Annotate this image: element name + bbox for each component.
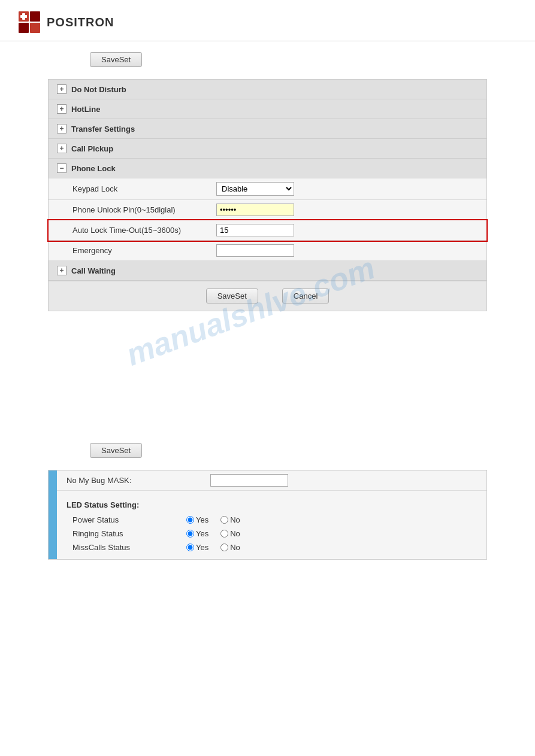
misscalls-status-yes-radio[interactable] [186, 544, 194, 551]
section-transfer-settings[interactable]: + Transfer Settings [49, 119, 486, 139]
hotline-label: HotLine [71, 105, 100, 114]
section-do-not-disturb[interactable]: + Do Not Disturb [49, 80, 486, 99]
ringing-status-row: Ringing Status Yes No [67, 527, 477, 541]
led-blue-bar [49, 470, 57, 559]
ringing-status-radio-group: Yes No [186, 529, 240, 538]
bottom-buttons-row: SaveSet Cancel [49, 281, 486, 311]
section-hotline[interactable]: + HotLine [49, 99, 486, 119]
misscalls-status-row: MissCalls Status Yes No [67, 541, 477, 554]
svg-rect-1 [30, 11, 40, 22]
phone-unlock-pin-row: Phone Unlock Pin(0~15digial) [49, 200, 486, 220]
second-saveset-wrapper: SaveSet [90, 443, 535, 458]
top-saveset-wrapper: SaveSet [90, 52, 535, 67]
power-status-yes-label[interactable]: Yes [186, 515, 208, 524]
power-status-radio-group: Yes No [186, 515, 240, 524]
phone-lock-label: Phone Lock [71, 164, 116, 173]
second-saveset-button[interactable]: SaveSet [90, 443, 142, 458]
do-not-disturb-label: Do Not Disturb [71, 85, 126, 94]
call-waiting-label: Call Waiting [71, 266, 116, 275]
misscalls-status-yes-label[interactable]: Yes [186, 543, 208, 552]
ringing-status-label: Ringing Status [67, 529, 186, 538]
main-panel: + Do Not Disturb + HotLine + Transfer Se… [48, 79, 487, 311]
section-call-waiting[interactable]: + Call Waiting [49, 261, 486, 281]
ringing-status-no-radio[interactable] [220, 530, 228, 538]
svg-rect-2 [19, 23, 29, 33]
hotline-expand-icon: + [57, 104, 67, 114]
auto-lock-timeout-field[interactable]: 15 [216, 224, 294, 236]
misscalls-status-radio-group: Yes No [186, 543, 240, 552]
section-call-pickup[interactable]: + Call Pickup [49, 139, 486, 159]
led-top-row: No My Bug MASK: - [49, 470, 486, 491]
header: POSITRON [0, 0, 535, 41]
phone-lock-collapse-icon: − [57, 163, 67, 173]
transfer-settings-expand-icon: + [57, 124, 67, 133]
transfer-settings-label: Transfer Settings [71, 125, 135, 133]
do-not-disturb-expand-icon: + [57, 84, 67, 94]
led-panel: No My Bug MASK: - LED Status Setting: Po… [48, 470, 487, 560]
call-pickup-label: Call Pickup [71, 144, 113, 153]
led-section-title: LED Status Setting: [67, 496, 477, 513]
power-status-label: Power Status [67, 515, 186, 524]
phone-unlock-pin-label: Phone Unlock Pin(0~15digial) [72, 205, 216, 214]
section-phone-lock[interactable]: − Phone Lock [49, 159, 486, 178]
misscalls-status-label: MissCalls Status [67, 543, 186, 552]
keypad-lock-input[interactable]: Disable Enable [216, 182, 474, 196]
spacer-1 [0, 311, 535, 431]
emergency-input-wrapper[interactable] [216, 244, 474, 257]
power-status-no-label[interactable]: No [220, 515, 240, 524]
led-top-field[interactable]: - [210, 474, 288, 487]
phone-unlock-pin-input-wrapper[interactable] [216, 204, 474, 216]
cancel-button[interactable]: Cancel [282, 289, 329, 303]
top-saveset-button[interactable]: SaveSet [90, 52, 142, 67]
svg-rect-3 [30, 23, 40, 33]
power-status-row: Power Status Yes No [67, 513, 477, 527]
led-top-input-wrapper[interactable]: - [210, 474, 288, 487]
auto-lock-timeout-label: Auto Lock Time-Out(15~3600s) [72, 226, 216, 235]
power-status-yes-radio[interactable] [186, 516, 194, 524]
logo-text: POSITRON [47, 16, 114, 29]
svg-rect-5 [20, 15, 27, 18]
keypad-lock-select[interactable]: Disable Enable [216, 182, 294, 196]
ringing-status-no-label[interactable]: No [220, 529, 240, 538]
bottom-saveset-button[interactable]: SaveSet [206, 289, 258, 303]
auto-lock-timeout-input-wrapper[interactable]: 15 [216, 224, 474, 236]
keypad-lock-row: Keypad Lock Disable Enable [49, 178, 486, 200]
auto-lock-timeout-row: Auto Lock Time-Out(15~3600s) 15 [49, 220, 486, 241]
misscalls-status-no-label[interactable]: No [220, 543, 240, 552]
call-pickup-expand-icon: + [57, 144, 67, 153]
led-content: LED Status Setting: Power Status Yes No … [57, 491, 486, 559]
ringing-status-yes-radio[interactable] [186, 530, 194, 538]
power-status-no-radio[interactable] [220, 516, 228, 524]
led-top-label: No My Bug MASK: [67, 476, 210, 485]
phone-lock-content: Keypad Lock Disable Enable Phone Unlock … [49, 178, 486, 261]
emergency-label: Emergency [72, 246, 216, 255]
ringing-status-yes-label[interactable]: Yes [186, 529, 208, 538]
emergency-row: Emergency [49, 241, 486, 261]
keypad-lock-label: Keypad Lock [72, 184, 216, 193]
misscalls-status-no-radio[interactable] [220, 544, 228, 551]
phone-unlock-pin-field[interactable] [216, 204, 294, 216]
emergency-field[interactable] [216, 244, 294, 257]
positron-logo-icon [18, 11, 41, 34]
call-waiting-expand-icon: + [57, 266, 67, 275]
